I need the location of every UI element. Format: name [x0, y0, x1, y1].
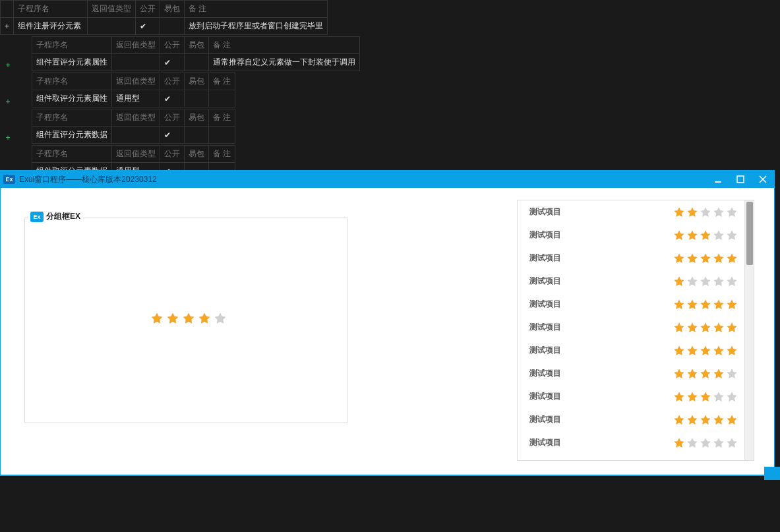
public-checkbox[interactable]: ✔	[136, 18, 160, 35]
star-icon[interactable]	[713, 322, 725, 334]
star-icon[interactable]	[726, 299, 738, 310]
list-item-rating[interactable]	[673, 437, 738, 449]
star-icon[interactable]	[700, 345, 711, 357]
star-icon[interactable]	[713, 299, 725, 310]
list-item-rating[interactable]	[673, 414, 738, 426]
return-type-cell[interactable]	[88, 18, 136, 35]
easypack-cell[interactable]	[160, 18, 185, 35]
star-icon[interactable]	[673, 299, 685, 310]
rating-list[interactable]: 测试项目测试项目测试项目测试项目测试项目测试项目测试项目测试项目测试项目测试项目…	[518, 200, 744, 460]
star-icon[interactable]	[726, 437, 738, 449]
star-icon[interactable]	[686, 206, 698, 218]
star-icon[interactable]	[713, 252, 725, 264]
list-item[interactable]: 测试项目	[518, 270, 744, 293]
remark-cell[interactable]	[209, 127, 235, 144]
list-item[interactable]: 测试项目	[518, 223, 744, 247]
public-checkbox[interactable]: ✔	[160, 127, 185, 144]
list-item-rating[interactable]	[673, 368, 738, 380]
star-icon[interactable]	[673, 322, 685, 334]
star-icon[interactable]	[713, 414, 725, 426]
easypack-cell[interactable]	[185, 90, 209, 107]
star-icon[interactable]	[700, 414, 711, 426]
list-item-rating[interactable]	[673, 252, 738, 264]
expand-icon[interactable]: +	[0, 58, 16, 73]
subroutine-name[interactable]: 组件置评分元素属性	[32, 54, 112, 71]
table-row[interactable]: +组件注册评分元素✔放到启动子程序里或者窗口创建完毕里	[1, 18, 328, 35]
star-icon[interactable]	[686, 229, 698, 241]
list-item[interactable]: 测试项目	[518, 431, 744, 454]
star-icon[interactable]	[150, 312, 164, 325]
star-icon[interactable]	[726, 322, 738, 334]
star-icon[interactable]	[713, 206, 725, 218]
star-icon[interactable]	[713, 229, 725, 241]
list-item[interactable]: 测试项目	[518, 293, 744, 316]
star-icon[interactable]	[700, 276, 711, 287]
star-icon[interactable]	[673, 276, 685, 287]
expand-icon[interactable]: +	[1, 18, 14, 35]
star-icon[interactable]	[700, 229, 711, 241]
star-icon[interactable]	[686, 414, 698, 426]
list-item[interactable]: 测试项目	[518, 408, 744, 431]
remark-cell[interactable]: 通常推荐自定义元素做一下封装便于调用	[209, 54, 360, 71]
remark-cell[interactable]	[209, 90, 235, 107]
star-icon[interactable]	[686, 368, 698, 380]
maximize-button[interactable]	[729, 171, 752, 188]
close-button[interactable]	[752, 171, 774, 188]
remark-cell[interactable]: 放到启动子程序里或者窗口创建完毕里	[185, 18, 328, 35]
list-item-rating[interactable]	[673, 345, 738, 357]
list-item-rating[interactable]	[673, 299, 738, 310]
star-icon[interactable]	[198, 312, 211, 325]
list-item[interactable]: 测试项目	[518, 247, 744, 270]
star-icon[interactable]	[700, 299, 711, 310]
star-icon[interactable]	[673, 206, 685, 218]
star-icon[interactable]	[673, 414, 685, 426]
star-icon[interactable]	[686, 276, 698, 287]
scrollbar-thumb[interactable]	[746, 202, 753, 265]
list-item-rating[interactable]	[673, 276, 738, 287]
list-item-rating[interactable]	[673, 229, 738, 241]
table-row[interactable]: 组件置评分元素数据✔	[32, 127, 235, 144]
easypack-cell[interactable]	[185, 127, 209, 144]
table-row[interactable]: 组件置评分元素属性✔通常推荐自定义元素做一下封装便于调用	[32, 54, 360, 71]
groupbox-rating[interactable]	[150, 312, 227, 325]
star-icon[interactable]	[700, 206, 711, 218]
expand-icon[interactable]: +	[0, 94, 16, 109]
public-checkbox[interactable]: ✔	[160, 54, 185, 71]
list-scrollbar[interactable]	[744, 200, 754, 460]
star-icon[interactable]	[700, 322, 711, 334]
star-icon[interactable]	[686, 322, 698, 334]
easypack-cell[interactable]	[185, 54, 209, 71]
list-item[interactable]: 测试项目	[518, 200, 744, 223]
star-icon[interactable]	[673, 437, 685, 449]
star-icon[interactable]	[673, 252, 685, 264]
list-item-rating[interactable]	[673, 322, 738, 334]
return-type-cell[interactable]	[112, 127, 160, 144]
star-icon[interactable]	[713, 276, 725, 287]
expand-icon[interactable]: +	[0, 131, 16, 145]
star-icon[interactable]	[686, 391, 698, 403]
subroutine-name[interactable]: 组件置评分元素数据	[32, 127, 112, 144]
list-item[interactable]: 测试项目	[518, 362, 744, 385]
star-icon[interactable]	[700, 437, 711, 449]
star-icon[interactable]	[726, 414, 738, 426]
list-item[interactable]: 测试项目	[518, 385, 744, 408]
window-titlebar[interactable]: Ex Exui窗口程序——核心库版本20230312	[1, 171, 774, 188]
star-icon[interactable]	[673, 391, 685, 403]
star-icon[interactable]	[673, 345, 685, 357]
star-icon[interactable]	[686, 345, 698, 357]
list-item[interactable]: 测试项目	[518, 339, 744, 362]
list-item-rating[interactable]	[673, 206, 738, 218]
star-icon[interactable]	[686, 252, 698, 264]
star-icon[interactable]	[673, 229, 685, 241]
star-icon[interactable]	[700, 391, 711, 403]
star-icon[interactable]	[726, 229, 738, 241]
star-icon[interactable]	[214, 312, 227, 325]
star-icon[interactable]	[713, 391, 725, 403]
list-item[interactable]: 测试项目	[518, 316, 744, 339]
star-icon[interactable]	[700, 252, 711, 264]
star-icon[interactable]	[686, 299, 698, 310]
subroutine-name[interactable]: 组件取评分元素属性	[32, 90, 112, 107]
minimize-button[interactable]	[707, 171, 729, 188]
star-icon[interactable]	[726, 276, 738, 287]
star-icon[interactable]	[726, 252, 738, 264]
